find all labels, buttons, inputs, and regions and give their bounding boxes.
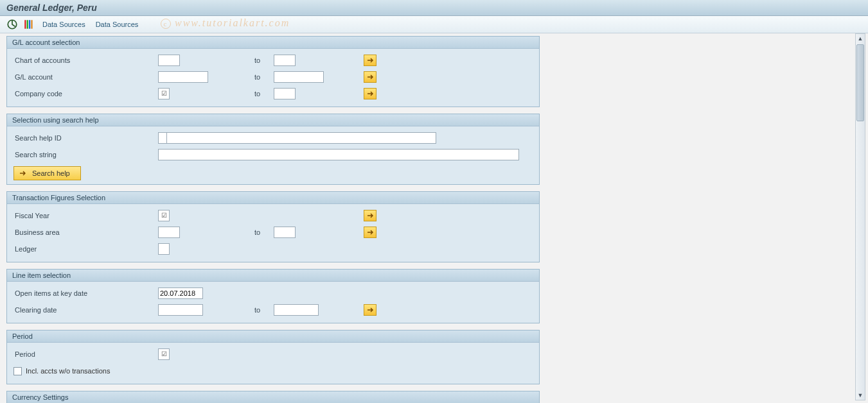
to-label: to — [254, 73, 274, 81]
svg-rect-3 — [29, 20, 30, 29]
group-title: Line item selection — [7, 270, 539, 282]
search-help-button-label: Search help — [32, 169, 70, 177]
group-gl-selection: G/L account selection Chart of accounts … — [6, 36, 540, 107]
period-input[interactable] — [158, 348, 170, 360]
group-title: Selection using search help — [7, 114, 539, 126]
fiscal-year-multi-button[interactable] — [364, 210, 376, 221]
title-text: General Ledger, Peru — [6, 3, 97, 13]
to-label: to — [254, 90, 274, 98]
fiscal-year-input[interactable] — [158, 210, 170, 221]
search-help-id-short-input[interactable] — [158, 132, 167, 144]
gl-account-multi-button[interactable] — [364, 71, 376, 83]
scroll-thumb[interactable] — [856, 44, 864, 121]
business-area-to-input[interactable] — [274, 227, 296, 238]
scroll-up-icon[interactable]: ▲ — [856, 34, 865, 43]
business-area-multi-button[interactable] — [364, 227, 376, 238]
svg-rect-1 — [24, 20, 26, 29]
ledger-input[interactable] — [158, 243, 170, 255]
group-title: Transaction Figures Selection — [7, 192, 539, 204]
gl-account-from-input[interactable] — [158, 71, 208, 83]
group-title: G/L account selection — [7, 37, 539, 49]
svg-rect-4 — [31, 20, 32, 29]
toolbar: Data Sources Data Sources cwww.tutorialk… — [0, 16, 868, 33]
company-code-from-input[interactable] — [158, 88, 170, 99]
group-title: Period — [7, 330, 539, 343]
group-transaction-figures: Transaction Figures Selection Fiscal Yea… — [6, 191, 540, 262]
search-help-id-desc-input[interactable] — [166, 132, 436, 144]
ledger-label: Ledger — [13, 245, 158, 253]
chart-of-accounts-multi-button[interactable] — [364, 55, 376, 66]
group-line-item: Line item selection Open items at key da… — [6, 269, 540, 323]
company-code-to-input[interactable] — [274, 88, 296, 99]
company-code-multi-button[interactable] — [364, 88, 376, 99]
open-items-date-input[interactable] — [158, 287, 203, 299]
business-area-label: Business area — [13, 228, 158, 236]
checkbox-icon — [13, 367, 22, 375]
incl-accts-checkbox[interactable]: Incl. accts w/o transactions — [13, 367, 110, 375]
search-help-button[interactable]: Search help — [13, 166, 81, 180]
period-label: Period — [13, 350, 158, 358]
group-search-help: Selection using search help Search help … — [6, 114, 540, 185]
svg-rect-2 — [27, 20, 28, 29]
vertical-scrollbar[interactable]: ▲ ▼ — [855, 33, 865, 400]
page-title: General Ledger, Peru — [0, 0, 868, 16]
chart-of-accounts-label: Chart of accounts — [13, 56, 158, 64]
clearing-date-label: Clearing date — [13, 306, 158, 314]
clearing-date-multi-button[interactable] — [364, 304, 376, 316]
chart-of-accounts-from-input[interactable] — [158, 55, 180, 66]
incl-accts-label: Incl. accts w/o transactions — [26, 367, 110, 375]
search-string-input[interactable] — [158, 149, 519, 160]
scroll-down-icon[interactable]: ▼ — [856, 391, 865, 400]
chart-of-accounts-to-input[interactable] — [274, 55, 296, 66]
gl-account-label: G/L account — [13, 73, 158, 81]
variant-icon[interactable] — [23, 19, 35, 30]
form-area: G/L account selection Chart of accounts … — [6, 36, 540, 403]
fiscal-year-label: Fiscal Year — [13, 212, 158, 219]
open-items-label: Open items at key date — [13, 289, 158, 297]
execute-icon[interactable] — [6, 19, 18, 30]
to-label: to — [254, 306, 274, 314]
search-string-label: Search string — [13, 151, 158, 159]
data-sources-link-2[interactable]: Data Sources — [93, 19, 141, 30]
watermark: cwww.tutorialkart.com — [161, 17, 290, 29]
to-label: to — [254, 56, 274, 64]
business-area-from-input[interactable] — [158, 227, 180, 238]
group-title: Currency Settings — [7, 391, 539, 403]
search-help-id-label: Search help ID — [13, 134, 158, 142]
company-code-label: Company code — [13, 90, 158, 98]
data-sources-link-1[interactable]: Data Sources — [40, 19, 88, 30]
group-currency: Currency Settings Output in Second Local… — [6, 391, 540, 403]
gl-account-to-input[interactable] — [274, 71, 324, 83]
to-label: to — [254, 228, 274, 236]
clearing-date-from-input[interactable] — [158, 304, 203, 316]
clearing-date-to-input[interactable] — [274, 304, 319, 316]
group-period: Period Period Incl. accts w/o transactio… — [6, 330, 540, 384]
